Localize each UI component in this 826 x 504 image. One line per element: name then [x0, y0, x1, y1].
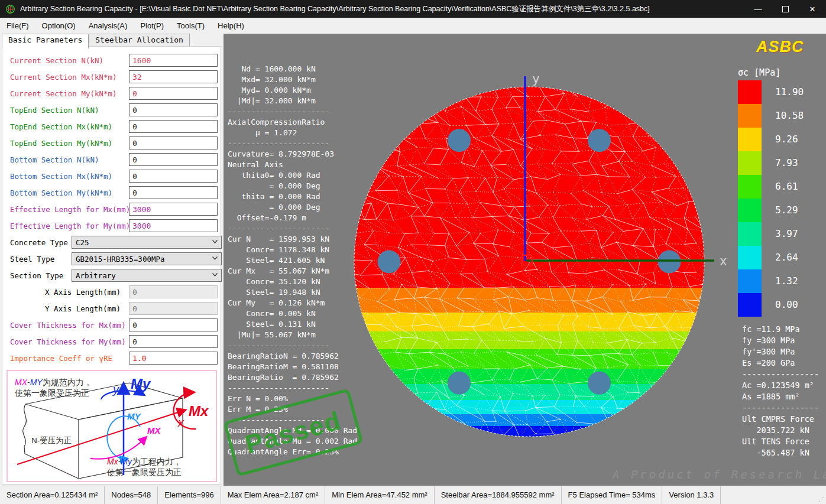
minimize-button[interactable]: —: [744, 0, 772, 18]
legend-swatch: [738, 269, 762, 293]
status-max-elem-area: Max Elem Area=2.187 cm²: [221, 486, 326, 504]
cover-mx-input[interactable]: [129, 318, 218, 331]
legend-swatch: [738, 175, 762, 199]
current-n-input[interactable]: [129, 54, 218, 67]
section-type-value: Arbitrary: [76, 271, 116, 280]
topend-mx-input[interactable]: [129, 120, 218, 133]
legend-swatch: [738, 222, 762, 246]
legend-swatch: [738, 199, 762, 222]
importance-coeff-input[interactable]: [129, 352, 218, 365]
legend-value: 3.97: [775, 222, 798, 246]
legend-value: 7.93: [775, 151, 798, 175]
bottom-n-label: Bottom Section N(kN): [2, 155, 99, 164]
status-nodes: Nodes=548: [105, 486, 158, 504]
diagram-eng-note-line2: 使第一象限受压为正: [106, 467, 182, 477]
menu-analysis[interactable]: Analysis(A): [82, 18, 134, 34]
field-row: X Axis Length(mm): [2, 284, 221, 300]
field-row: Current Section My(kN*m): [2, 85, 221, 102]
cover-my-input[interactable]: [129, 335, 218, 348]
importance-coeff-label: Importance Coeff or γRE: [2, 354, 112, 363]
diagram-std-note-line2: 使第一象限受压为正: [14, 388, 89, 398]
steel-type-dropdown[interactable]: GB2015-HRB335=300MPa: [72, 252, 222, 265]
status-elapsed-time: F5 Elapsed Time= 534ms: [562, 486, 663, 504]
field-row: Cover Thickness for My(mm): [2, 333, 221, 350]
sign-convention-diagram: y My x Mx MY MX N-受压为正 MX-MY为规范内力， 使第一象限…: [7, 370, 217, 482]
field-row: Bottom Section My(kN*m): [2, 184, 221, 201]
current-my-input[interactable]: [129, 87, 218, 100]
close-button[interactable]: ✕: [799, 0, 826, 18]
status-version: Version 1.3.3: [662, 486, 721, 504]
bottom-mx-label: Bottom Section Mx(kN*m): [2, 172, 112, 181]
plot-y-axis-label: y: [532, 72, 540, 86]
field-row: Steel Type GB2015-HRB335=300MPa: [2, 251, 221, 267]
window-title: Arbitrary Section Bearing Capacity - [E:…: [20, 4, 650, 14]
tab-basic-parameters[interactable]: Basic Parameters: [2, 34, 89, 48]
menu-file[interactable]: File(F): [0, 18, 35, 34]
basic-parameters-form: Current Section N(kN) Current Section Mx…: [2, 46, 221, 485]
diagram-n-label: N-受压为正: [31, 436, 72, 445]
concrete-type-value: C25: [76, 238, 89, 247]
steel-type-label: Steel Type: [2, 255, 54, 264]
legend-row: 9.26: [738, 128, 804, 151]
field-row: Bottom Section Mx(kN*m): [2, 168, 221, 184]
menu-tools[interactable]: Tools(T): [170, 18, 211, 34]
section-type-label: Section Type: [2, 271, 63, 280]
field-row: Section Type Arbitrary: [2, 267, 221, 284]
cover-my-label: Cover Thickness for My(mm): [2, 337, 126, 346]
stress-legend: σc [MPa] 11.90 10.58 9.26 7.93 6.61 5.29…: [738, 67, 804, 317]
eff-length-mx-label: Effective Length for Mx(mm): [2, 205, 130, 214]
diagram-small-mx-label: MX: [147, 425, 161, 435]
topend-n-label: TopEnd Section N(kN): [2, 106, 99, 115]
concrete-type-dropdown[interactable]: C25: [72, 236, 222, 249]
tab-steelbar-allocation[interactable]: Steelbar Allocation: [89, 34, 190, 47]
menu-plot[interactable]: Plot(P): [134, 18, 170, 34]
eff-length-mx-input[interactable]: [129, 203, 218, 216]
asbc-logo: ASBC: [756, 38, 804, 56]
plot-x-axis-label: x: [720, 254, 727, 268]
tab-strip: Basic Parameters Steelbar Allocation: [0, 34, 223, 47]
legend-value: 6.61: [775, 175, 798, 199]
diagram-std-note-line1: MX-MY为规范内力，: [15, 378, 92, 387]
chevron-down-icon: [212, 240, 218, 243]
bottom-n-input[interactable]: [129, 153, 218, 166]
menu-help[interactable]: Help(H): [211, 18, 251, 34]
legend-swatch: [738, 128, 762, 151]
topend-mx-label: TopEnd Section Mx(kN*m): [2, 122, 112, 131]
y-axis-length-input: [129, 302, 218, 315]
maximize-button[interactable]: [772, 0, 799, 18]
legend-swatch: [738, 293, 762, 317]
field-row: Current Section Mx(kN*m): [2, 69, 221, 85]
field-row: Y Axis Length(mm): [2, 300, 221, 317]
topend-my-input[interactable]: [129, 136, 218, 149]
section-type-dropdown[interactable]: Arbitrary: [72, 269, 222, 282]
field-row: Cover Thickness for Mx(mm): [2, 317, 221, 333]
legend-row: 1.32: [738, 269, 804, 293]
cover-mx-label: Cover Thickness for Mx(mm): [2, 321, 126, 330]
status-bar: Section Area=0.125434 m² Nodes=548 Eleme…: [0, 486, 826, 504]
menu-option[interactable]: Option(O): [35, 18, 82, 34]
menu-bar: File(F) Option(O) Analysis(A) Plot(P) To…: [0, 18, 826, 34]
title-bar: Arbitrary Section Bearing Capacity - [E:…: [0, 0, 826, 18]
eff-length-my-input[interactable]: [129, 219, 218, 232]
legend-swatch: [738, 151, 762, 175]
topend-n-input[interactable]: [129, 103, 218, 116]
field-row: Concrete Type C25: [2, 234, 221, 251]
field-row: TopEnd Section N(kN): [2, 102, 221, 118]
diagram-y-label: y: [112, 383, 119, 396]
legend-row: 5.29: [738, 199, 804, 222]
y-axis-length-label: Y Axis Length(mm): [2, 304, 121, 313]
mx-std-arrow: [90, 437, 146, 459]
legend-row: 7.93: [738, 151, 804, 175]
diagram-small-my-label: MY: [127, 411, 141, 421]
legend-row: 0.00: [738, 293, 804, 317]
current-mx-input[interactable]: [129, 70, 218, 83]
legend-value: 5.29: [775, 199, 798, 222]
legend-value: 10.58: [775, 104, 804, 128]
legend-swatch: [738, 80, 762, 104]
bottom-my-input[interactable]: [129, 186, 218, 199]
steel-type-value: GB2015-HRB335=300MPa: [76, 255, 165, 264]
field-row: Importance Coeff or γRE: [2, 350, 221, 366]
diagram-big-my-label: My: [131, 376, 151, 392]
legend-value: 0.00: [775, 293, 798, 317]
bottom-mx-input[interactable]: [129, 170, 218, 183]
